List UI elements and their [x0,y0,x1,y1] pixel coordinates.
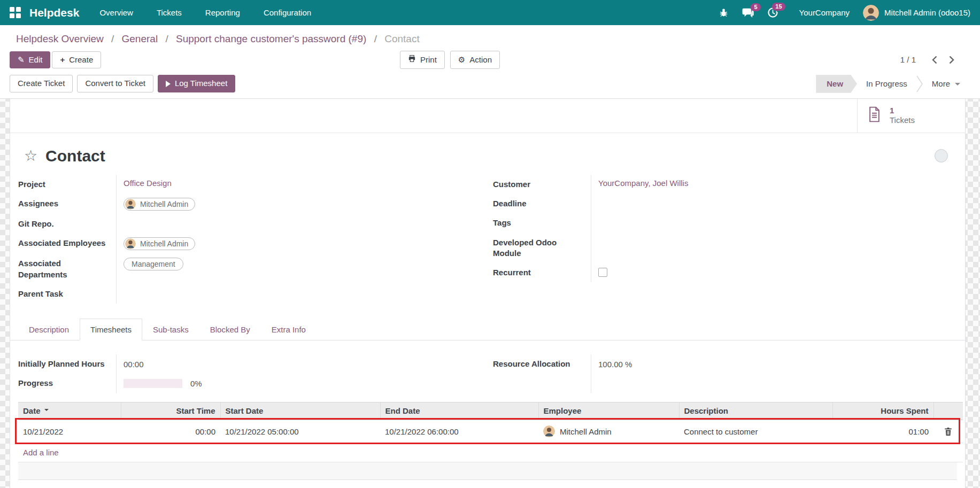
cell-start-date[interactable]: 10/21/2022 05:00:00 [220,420,380,443]
timesheets-tab-pane: Initially Planned Hours 00:00 Progress 0… [10,340,965,393]
field-value-deadline[interactable] [591,194,957,213]
cell-date[interactable]: 10/21/2022 [18,420,121,443]
cell-hours-spent[interactable]: 01:00 [832,420,933,443]
breadcrumb-current: Contact [384,33,419,44]
cell-description[interactable]: Connect to customer [679,420,832,443]
print-action-group: Print ⚙ Action [400,51,500,69]
assignee-tag[interactable]: Mitchell Admin [124,198,195,211]
menu-configuration[interactable]: Configuration [264,8,311,17]
pager-count: 1 / 1 [900,55,916,64]
stage-in-progress[interactable]: In Progress [857,75,916,93]
tab-description[interactable]: Description [18,319,80,340]
create-button[interactable]: + Create [52,51,101,69]
printer-icon [408,55,416,65]
create-ticket-button[interactable]: Create Ticket [10,75,73,92]
progress-bar [124,379,182,388]
field-label-developed-odoo-module: Developed Odoo Module [493,233,591,264]
table-header-row: Date Start Time Start Date End Date Empl… [18,402,963,420]
field-label-git-repo: Git Repo. [18,214,116,234]
breadcrumb-general[interactable]: General [122,33,158,44]
tickets-stat-button[interactable]: 1 Tickets [857,99,965,133]
convert-to-ticket-button[interactable]: Convert to Ticket [77,75,153,92]
column-header-hours-spent[interactable]: Hours Spent [832,402,933,420]
menu-overview[interactable]: Overview [99,8,133,17]
field-value-customer[interactable]: YourCompany, Joel Willis [598,179,688,188]
field-value-project[interactable]: Office Design [124,179,172,188]
sort-desc-icon [44,409,49,413]
field-label-customer: Customer [493,175,591,194]
recurrent-checkbox[interactable] [598,268,607,277]
field-label-recurrent: Recurrent [493,263,591,282]
print-button[interactable]: Print [400,51,445,69]
action-button-row: ✎ Edit + Create Print ⚙ Action 1 / 1 [0,46,980,74]
pager-next-icon[interactable] [946,53,958,66]
app-name[interactable]: Helpdesk [29,6,79,19]
assignee-avatar [125,199,136,210]
field-value-developed-odoo-module[interactable] [591,233,957,264]
field-label-progress: Progress [18,374,116,393]
column-header-end-date[interactable]: End Date [380,402,538,420]
pencil-icon: ✎ [18,55,25,65]
page-title: Contact [45,147,105,165]
field-label-resource-allocation: Resource Allocation [493,354,591,374]
edit-button[interactable]: ✎ Edit [10,51,50,69]
company-switcher[interactable]: YourCompany [799,8,850,17]
add-a-line-row: Add a line [18,443,963,462]
field-group-right: Customer YourCompany, Joel Willis Deadli… [482,175,957,304]
delete-row-trash-icon[interactable] [938,427,958,436]
progress-value: 0% [190,379,202,388]
breadcrumb-helpdesk-overview[interactable]: Helpdesk Overview [16,33,104,44]
workflow-button-row: Create Ticket Convert to Ticket Log Time… [0,74,980,99]
column-header-start-date[interactable]: Start Date [220,402,380,420]
column-header-employee[interactable]: Employee [538,402,679,420]
activities-clock-icon[interactable]: 15 [767,7,778,18]
field-value-parent-task[interactable] [116,284,482,304]
menu-tickets[interactable]: Tickets [157,8,182,17]
topbar-right: 5 15 YourCompany Mitchell Admin (odoo15) [719,5,970,21]
field-label-tags: Tags [493,213,591,233]
breadcrumb-ticket[interactable]: Support change customer's password (#9) [176,33,366,44]
cell-employee[interactable]: Mitchell Admin [538,420,679,443]
field-groups: Project Office Design Assignees Mitchell… [10,166,965,304]
field-label-associated-departments: Associated Departments [18,254,116,284]
user-menu[interactable]: Mitchell Admin (odoo15) [863,5,970,21]
messages-icon[interactable]: 5 [742,7,754,18]
apps-menu-icon[interactable] [10,7,21,18]
column-header-actions [933,402,963,420]
column-header-description[interactable]: Description [679,402,832,420]
chevron-down-icon [955,83,960,88]
field-value-git-repo[interactable] [116,214,482,234]
stage-statusbar: New In Progress More [816,75,969,93]
column-header-start-time[interactable]: Start Time [121,402,220,420]
field-value-tags[interactable] [591,213,957,233]
associated-employee-tag[interactable]: Mitchell Admin [124,237,195,250]
action-button[interactable]: ⚙ Action [450,51,500,69]
tab-extra-info[interactable]: Extra Info [261,319,317,340]
field-label-deadline: Deadline [493,194,591,213]
timesheet-row[interactable]: 10/21/2022 00:00 10/21/2022 05:00:00 10/… [18,420,963,443]
play-icon [166,81,171,87]
debug-bug-icon[interactable] [719,7,729,18]
column-header-date[interactable]: Date [18,402,121,420]
user-avatar [863,5,879,21]
menu-reporting[interactable]: Reporting [205,8,240,17]
workflow-buttons: Create Ticket Convert to Ticket Log Time… [10,75,235,92]
tab-sub-tasks[interactable]: Sub-tasks [142,319,199,340]
department-tag[interactable]: Management [124,258,183,270]
tab-blocked-by[interactable]: Blocked By [199,319,261,340]
kanban-state-icon[interactable] [935,149,948,162]
user-name: Mitchell Admin (odoo15) [884,8,970,17]
messages-count-badge: 5 [751,3,760,11]
add-a-line-link[interactable]: Add a line [18,443,963,462]
pager-previous-icon[interactable] [929,53,940,66]
cell-end-date[interactable]: 10/21/2022 06:00:00 [380,420,538,443]
row-employee-avatar [543,425,555,437]
stage-more-dropdown[interactable]: More [923,75,969,93]
stage-new[interactable]: New [816,75,857,93]
title-row: ☆ Contact [10,133,965,166]
favorite-star-icon[interactable]: ☆ [24,149,37,164]
cell-start-time[interactable]: 00:00 [121,420,220,443]
stat-button-row: 1 Tickets [10,99,965,133]
log-timesheet-button[interactable]: Log Timesheet [158,75,235,92]
tab-timesheets[interactable]: Timesheets [80,319,142,340]
